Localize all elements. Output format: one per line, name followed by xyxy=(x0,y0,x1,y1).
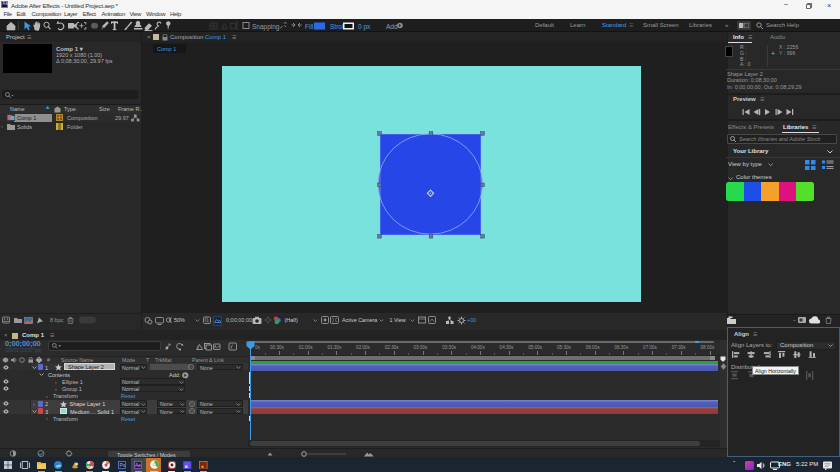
svg-text:■: ■ xyxy=(185,462,188,468)
svg-text:Fill: Fill xyxy=(305,23,314,30)
svg-text:Snapping: Snapping xyxy=(252,23,280,31)
svg-text:0 px: 0 px xyxy=(358,23,371,31)
svg-text:●: ● xyxy=(201,462,204,468)
svg-text:Ae: Ae xyxy=(135,462,141,468)
svg-text:Add: Add xyxy=(386,23,398,30)
svg-text:Ps: Ps xyxy=(119,462,125,468)
